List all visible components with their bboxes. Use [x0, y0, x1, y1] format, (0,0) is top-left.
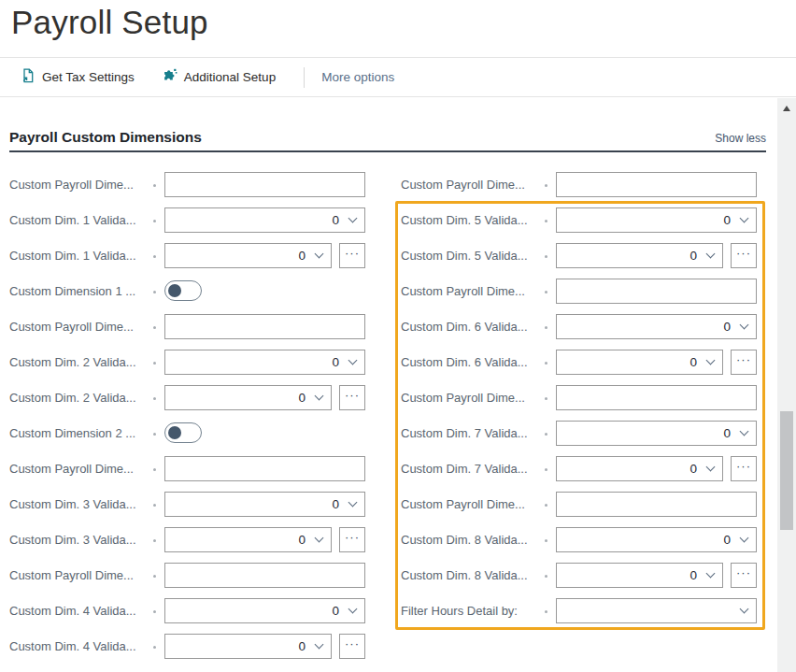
- field-dropdown[interactable]: 0: [556, 350, 723, 375]
- assist-edit-button[interactable]: ···: [731, 243, 757, 268]
- field-dropdown[interactable]: 0: [556, 314, 757, 339]
- field-label: Custom Payroll Dime...: [401, 284, 539, 298]
- field-text-input[interactable]: [164, 563, 365, 588]
- field-dropdown[interactable]: 0: [164, 598, 365, 623]
- get-tax-settings-button[interactable]: Get Tax Settings: [21, 68, 135, 86]
- caption-separator-dot: [153, 184, 156, 187]
- field-label: Custom Payroll Dime...: [401, 178, 539, 192]
- field-label: Custom Dim. 7 Valida...: [401, 462, 539, 476]
- caption-separator-dot: [545, 220, 547, 222]
- toggle-knob-icon: [168, 426, 181, 439]
- assist-edit-button[interactable]: ···: [731, 456, 757, 481]
- caption-separator-dot: [153, 433, 156, 436]
- caption-separator-dot: [545, 575, 547, 578]
- caption-separator-dot: [545, 539, 547, 542]
- field-dropdown[interactable]: 0: [164, 243, 332, 268]
- more-options-button[interactable]: More options: [321, 70, 394, 84]
- field-text-input[interactable]: [556, 279, 757, 304]
- chevron-down-icon: [740, 533, 749, 542]
- field-control: [556, 598, 757, 623]
- puzzle-icon: [163, 68, 178, 86]
- field-label: Custom Dim. 3 Valida...: [9, 533, 148, 547]
- field-dropdown[interactable]: 0: [556, 527, 757, 552]
- field-control: [556, 172, 757, 197]
- dropdown-value: 0: [723, 426, 731, 440]
- field-label: Custom Dim. 2 Valida...: [9, 355, 148, 369]
- field-text-input[interactable]: [164, 172, 365, 197]
- additional-setup-label: Additional Setup: [184, 70, 276, 84]
- caption-separator-dot: [545, 291, 547, 293]
- assist-edit-button[interactable]: ···: [731, 350, 757, 375]
- field-control: [164, 422, 365, 443]
- assist-edit-button[interactable]: ···: [339, 243, 365, 268]
- field-text-input[interactable]: [556, 492, 757, 517]
- chevron-down-icon: [706, 355, 716, 365]
- field-dropdown[interactable]: [556, 598, 757, 623]
- dropdown-value: 0: [298, 249, 306, 263]
- field-toggle[interactable]: [164, 422, 202, 443]
- caption-separator-dot: [545, 504, 547, 507]
- field-control: 0: [556, 527, 757, 552]
- dropdown-value: 0: [332, 604, 339, 618]
- field-dropdown[interactable]: 0: [164, 385, 332, 410]
- assist-edit-button[interactable]: ···: [339, 527, 365, 552]
- field-control: [164, 172, 365, 197]
- form-field-row: Custom Dim. 8 Valida...0: [401, 522, 760, 557]
- caption-separator-dot: [545, 362, 547, 365]
- scrollbar-thumb[interactable]: [780, 411, 793, 530]
- field-text-input[interactable]: [164, 314, 365, 339]
- form-field-row: Custom Dim. 2 Valida...0: [9, 344, 368, 379]
- field-dropdown[interactable]: 0: [164, 492, 365, 517]
- chevron-down-icon: [740, 426, 749, 436]
- caption-separator-dot: [545, 326, 547, 329]
- field-dropdown[interactable]: 0: [164, 207, 365, 233]
- field-dropdown[interactable]: 0: [556, 456, 723, 481]
- field-dropdown[interactable]: 0: [556, 563, 723, 588]
- assist-edit-button[interactable]: ···: [731, 563, 757, 588]
- form-field-row: Custom Dim. 7 Valida...0···: [401, 450, 760, 486]
- chevron-down-icon: [706, 249, 716, 258]
- field-control: 0: [164, 598, 365, 623]
- field-control: 0···: [164, 385, 365, 410]
- field-control: 0: [556, 314, 757, 339]
- chevron-down-icon: [348, 497, 358, 507]
- field-dropdown[interactable]: 0: [556, 243, 723, 268]
- field-control: 0···: [164, 634, 365, 659]
- form-field-row: Custom Dim. 4 Valida...0···: [9, 628, 368, 664]
- form-field-row: Custom Dim. 8 Valida...0···: [401, 557, 760, 593]
- scroll-up-button[interactable]: [777, 102, 796, 115]
- field-label: Custom Dimension 2 ...: [9, 426, 148, 440]
- dropdown-value: 0: [689, 249, 697, 263]
- field-dropdown[interactable]: 0: [164, 350, 365, 375]
- form-field-row: Filter Hours Detail by:: [401, 593, 760, 628]
- field-control: 0···: [556, 243, 757, 268]
- field-dropdown[interactable]: 0: [164, 634, 332, 659]
- chevron-down-icon: [740, 213, 749, 222]
- field-text-input[interactable]: [556, 172, 757, 197]
- field-control: 0···: [556, 456, 757, 481]
- dropdown-value: 0: [332, 355, 339, 369]
- field-control: [164, 280, 365, 301]
- field-dropdown[interactable]: 0: [556, 421, 757, 446]
- show-less-link[interactable]: Show less: [715, 132, 766, 146]
- assist-edit-button[interactable]: ···: [339, 385, 365, 410]
- form-columns: Custom Payroll Dime...Custom Dim. 1 Vali…: [0, 166, 796, 664]
- field-dropdown[interactable]: 0: [164, 527, 332, 552]
- form-field-row: Custom Dim. 4 Valida...0: [9, 593, 368, 628]
- caption-separator-dot: [153, 397, 156, 400]
- field-control: 0: [556, 207, 757, 233]
- field-toggle[interactable]: [164, 280, 202, 301]
- field-dropdown[interactable]: 0: [556, 207, 757, 233]
- additional-setup-button[interactable]: Additional Setup: [163, 68, 276, 86]
- vertical-scrollbar[interactable]: [777, 98, 796, 672]
- field-control: [556, 492, 757, 517]
- caption-separator-dot: [153, 539, 156, 542]
- field-label: Custom Dim. 6 Valida...: [401, 320, 539, 334]
- field-label: Custom Payroll Dime...: [9, 320, 148, 334]
- dropdown-value: 0: [689, 462, 697, 476]
- form-field-row: Custom Dim. 2 Valida...0···: [9, 379, 368, 415]
- field-text-input[interactable]: [556, 385, 757, 410]
- assist-edit-button[interactable]: ···: [339, 634, 365, 659]
- field-text-input[interactable]: [164, 456, 365, 481]
- form-field-row: Custom Dim. 1 Valida...0···: [9, 237, 368, 273]
